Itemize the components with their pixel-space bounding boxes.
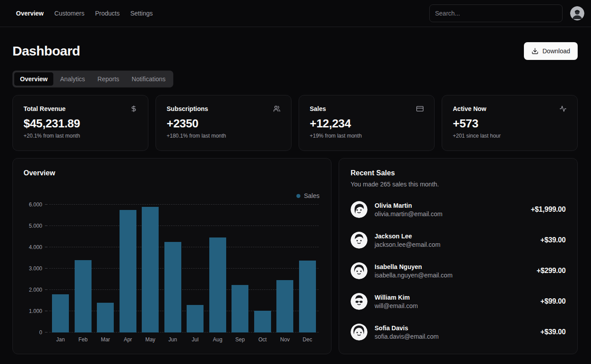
- y-axis-tick-label: 2.000: [29, 287, 42, 293]
- credit-card-icon: [416, 105, 423, 112]
- stat-card-total-revenue: Total Revenue$45,231.89+20.1% from last …: [12, 95, 148, 151]
- bar-slot-jun: [162, 205, 184, 332]
- legend-label: Sales: [304, 192, 319, 199]
- sale-customer-name: Sofia Davis: [375, 324, 439, 332]
- bar-slot-oct: [252, 205, 274, 332]
- stat-title: Sales: [310, 105, 326, 112]
- dashboard-page: Dashboard Download OverviewAnalyticsRepo…: [0, 27, 591, 354]
- sale-amount: +$39.00: [540, 328, 566, 336]
- x-axis-label-may: May: [139, 336, 162, 343]
- nav-item-overview[interactable]: Overview: [16, 10, 44, 17]
- chart-title: Overview: [24, 169, 320, 177]
- sale-amount: +$39.00: [540, 236, 566, 244]
- stat-change: +20.1% from last month: [24, 133, 137, 139]
- users-icon: [273, 105, 280, 112]
- bar-slot-nov: [274, 205, 296, 332]
- x-axis-label-nov: Nov: [274, 336, 296, 343]
- legend-dot-icon: [296, 194, 300, 198]
- user-avatar[interactable]: [570, 6, 584, 20]
- page-title: Dashboard: [12, 44, 80, 59]
- sale-customer-info: Sofia Davissofia.davis@email.com: [375, 324, 439, 340]
- stat-title: Active Now: [453, 105, 486, 112]
- sale-item-jackson-lee: Jackson Leejackson.lee@email.com+$39.00: [351, 232, 566, 249]
- download-button[interactable]: Download: [524, 42, 578, 60]
- stat-card-header: Total Revenue: [24, 105, 137, 112]
- download-button-label: Download: [543, 47, 570, 55]
- page-header: Dashboard Download: [12, 42, 578, 60]
- bar-slot-feb: [72, 205, 95, 332]
- stat-card-sales: Sales+12,234+19% from last month: [299, 95, 435, 151]
- recent-sales-subtitle: You made 265 sales this month.: [351, 181, 566, 188]
- isabella-avatar: [351, 262, 367, 279]
- sale-item-sofia-davis: Sofia Davissofia.davis@email.com+$39.00: [351, 324, 566, 340]
- nav-item-settings[interactable]: Settings: [130, 10, 153, 17]
- sale-item-william-kim: William Kimwill@email.com+$99.00: [351, 293, 566, 310]
- bar-nov[interactable]: [276, 280, 293, 332]
- bar-mar[interactable]: [97, 303, 114, 332]
- stat-card-header: Sales: [310, 105, 423, 112]
- y-axis-tick-label: 4.000: [29, 244, 42, 250]
- sales-list: Olivia Martinolivia.martin@email.com+$1,…: [351, 201, 566, 340]
- sale-customer-name: Isabella Nguyen: [375, 263, 452, 270]
- y-axis-tick-label: 3.000: [29, 265, 42, 272]
- sale-item-olivia-martin: Olivia Martinolivia.martin@email.com+$1,…: [351, 201, 566, 218]
- x-axis-label-dec: Dec: [296, 336, 319, 343]
- bar-may[interactable]: [142, 207, 159, 332]
- tab-overview[interactable]: Overview: [14, 72, 53, 86]
- william-avatar: [351, 293, 367, 310]
- bar-slot-sep: [229, 205, 252, 332]
- bar-slot-aug: [207, 205, 229, 332]
- stats-row: Total Revenue$45,231.89+20.1% from last …: [12, 95, 578, 151]
- sale-customer-email: olivia.martin@email.com: [375, 210, 443, 218]
- top-nav: OverviewCustomersProductsSettings: [0, 0, 591, 27]
- x-axis-label-jul: Jul: [184, 336, 207, 343]
- bar-slot-mar: [94, 205, 117, 332]
- stat-card-header: Subscriptions: [167, 105, 280, 112]
- bar-jul[interactable]: [187, 305, 204, 332]
- bar-slot-jan: [49, 205, 72, 332]
- overview-chart-card: Overview Sales 01.0002.0003.0004.0005.00…: [12, 158, 331, 354]
- sale-customer-email: isabella.nguyen@email.com: [375, 272, 452, 279]
- bar-sep[interactable]: [232, 285, 248, 332]
- tab-analytics[interactable]: Analytics: [54, 72, 91, 86]
- stat-value: $45,231.89: [24, 117, 137, 131]
- user-photo-icon: [570, 6, 584, 20]
- sale-customer-info: Isabella Nguyenisabella.nguyen@email.com: [375, 263, 452, 279]
- sale-customer-info: William Kimwill@email.com: [375, 294, 418, 309]
- tab-bar: OverviewAnalyticsReportsNotifications: [12, 71, 173, 87]
- bars-container: [49, 205, 319, 332]
- stat-value: +573: [453, 117, 567, 131]
- search-input[interactable]: [429, 4, 563, 22]
- activity-icon: [559, 105, 567, 112]
- recent-sales-title: Recent Sales: [351, 169, 566, 177]
- bar-aug[interactable]: [209, 237, 226, 332]
- bar-slot-may: [139, 205, 162, 332]
- bar-dec[interactable]: [299, 261, 316, 332]
- sale-amount: +$299.00: [536, 267, 566, 275]
- stat-change: +201 since last hour: [453, 133, 567, 139]
- nav-item-products[interactable]: Products: [95, 10, 120, 17]
- bar-oct[interactable]: [254, 311, 271, 332]
- tab-notifications[interactable]: Notifications: [126, 72, 171, 86]
- bar-slot-dec: [296, 205, 319, 332]
- bar-jun[interactable]: [164, 242, 181, 332]
- sale-customer-email: sofia.davis@email.com: [375, 333, 439, 340]
- stat-change: +19% from last month: [310, 133, 423, 139]
- dollar-sign-icon: [130, 105, 137, 112]
- bar-feb[interactable]: [75, 260, 92, 332]
- y-axis-tick-label: 1.000: [29, 308, 42, 314]
- bar-slot-apr: [117, 205, 140, 332]
- download-icon: [531, 47, 539, 55]
- sale-customer-info: Jackson Leejackson.lee@email.com: [375, 233, 440, 248]
- bar-jan[interactable]: [52, 294, 69, 332]
- stat-card-subscriptions: Subscriptions+2350+180.1% from last mont…: [156, 95, 292, 151]
- jackson-avatar: [351, 232, 367, 249]
- tab-reports[interactable]: Reports: [92, 72, 125, 86]
- x-axis-label-jun: Jun: [162, 336, 184, 343]
- bar-apr[interactable]: [120, 210, 136, 332]
- content-row: Overview Sales 01.0002.0003.0004.0005.00…: [12, 158, 578, 354]
- recent-sales-card: Recent Sales You made 265 sales this mon…: [339, 158, 578, 354]
- nav-item-customers[interactable]: Customers: [54, 10, 84, 17]
- sale-amount: +$99.00: [540, 297, 566, 305]
- bar-slot-jul: [184, 205, 207, 332]
